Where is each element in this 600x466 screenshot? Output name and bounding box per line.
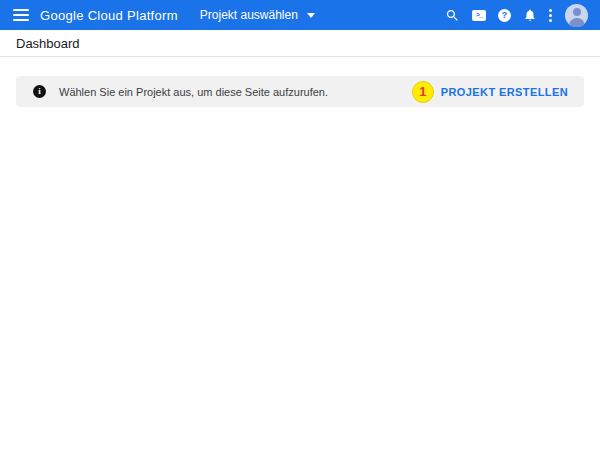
banner-message: Wählen Sie ein Projekt aus, um diese Sei… [59,86,328,98]
info-icon: i [33,85,46,98]
chevron-down-icon [307,13,315,18]
banner-actions: 1 PROJEKT ERSTELLEN [412,81,568,103]
help-circle: ? [498,9,511,22]
page-title-bar: Dashboard [0,30,600,57]
select-project-banner: i Wählen Sie ein Projekt aus, um diese S… [16,76,584,107]
brand-title[interactable]: Google Cloud Platform [40,8,178,23]
tutorial-step-badge: 1 [412,81,434,103]
project-selector-label: Projekt auswählen [200,8,298,22]
create-project-button[interactable]: PROJEKT ERSTELLEN [441,86,568,98]
search-icon[interactable] [445,8,460,23]
cloud-shell-terminal-box: >_ [472,10,486,21]
topbar-actions: >_ ? [433,4,588,27]
cloud-shell-icon[interactable]: >_ [472,10,486,21]
cloud-shell-prompt-glyph: >_ [476,12,482,19]
more-vertical-icon[interactable] [549,8,552,23]
avatar-shoulders-shape [569,18,585,27]
gcp-console-page: Google Cloud Platform Projekt auswählen … [0,0,600,466]
top-bar: Google Cloud Platform Projekt auswählen … [0,0,600,30]
avatar-head-shape [573,8,581,16]
user-avatar[interactable] [565,4,588,27]
help-icon[interactable]: ? [498,9,511,22]
page-title: Dashboard [16,36,80,51]
help-question-glyph: ? [502,11,508,20]
hamburger-menu-icon[interactable] [13,9,29,21]
project-selector-dropdown[interactable]: Projekt auswählen [200,8,315,22]
info-glyph: i [38,87,41,96]
notifications-bell-icon[interactable] [523,8,537,22]
